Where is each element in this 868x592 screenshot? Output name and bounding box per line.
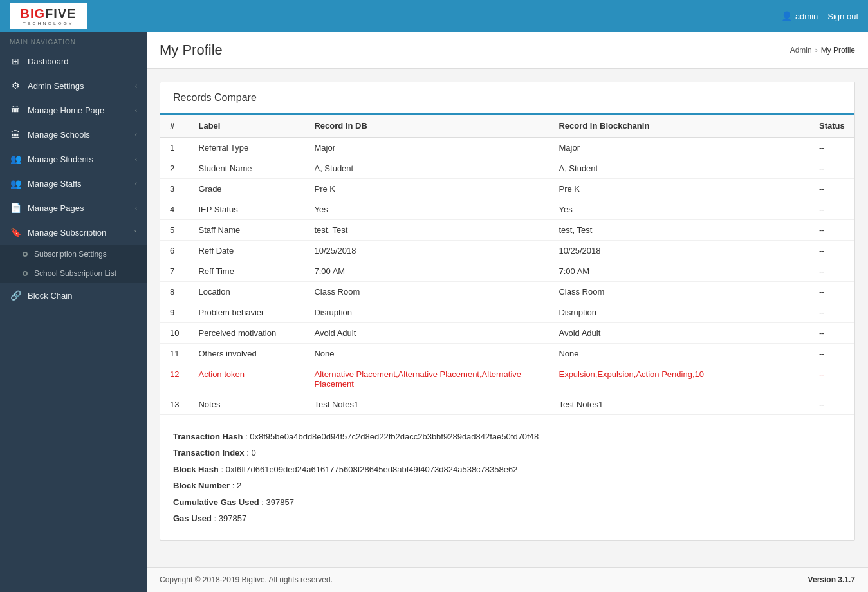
- row-status: --: [809, 220, 854, 241]
- gas-used-label: Gas Used: [173, 513, 212, 523]
- sidebar-item-manage-subscription[interactable]: 🔖 Manage Subscription ˅: [0, 220, 147, 245]
- transaction-hash-value: 0x8f95be0a4bdd8e0d94f57c2d8ed22fb2dacc2b…: [250, 432, 539, 441]
- row-blockchain: Yes: [549, 199, 809, 220]
- table-row: 12 Action token Alternative Placement,Al…: [160, 364, 854, 394]
- row-num: 7: [160, 261, 189, 282]
- transaction-hash-label: Transaction Hash: [173, 432, 243, 441]
- transaction-hash-line: Transaction Hash : 0x8f95be0a4bdd8e0d94f…: [173, 429, 842, 444]
- block-hash-line: Block Hash : 0xf6ff7d661e09ded24a6161775…: [173, 462, 842, 477]
- row-status: --: [809, 323, 854, 344]
- table-row: 1 Referral Type Major Major --: [160, 138, 854, 158]
- manage-home-icon: 🏛: [10, 104, 21, 116]
- row-label: Notes: [189, 394, 304, 415]
- sidebar-label-manage-home-page: Manage Home Page: [28, 106, 104, 115]
- username: admin: [795, 12, 818, 21]
- row-status: --: [809, 364, 854, 394]
- row-db: Pre K: [304, 179, 549, 199]
- sidebar-item-manage-staffs[interactable]: 👥 Manage Staffs ‹: [0, 171, 147, 196]
- row-num: 5: [160, 220, 189, 241]
- row-db: None: [304, 344, 549, 364]
- row-db: Test Notes1: [304, 394, 549, 415]
- row-label: Staff Name: [189, 220, 304, 241]
- transaction-info: Transaction Hash : 0x8f95be0a4bdd8e0d94f…: [160, 414, 854, 540]
- sidebar-label-dashboard: Dashboard: [28, 57, 69, 66]
- sidebar-label-block-chain: Block Chain: [28, 291, 72, 301]
- content-area: My Profile Admin › My Profile Records Co…: [147, 32, 868, 592]
- col-header-num: #: [160, 115, 189, 138]
- sidebar-item-manage-students[interactable]: 👥 Manage Students ‹: [0, 147, 147, 171]
- topbar: BIGFIVE TECHNOLOGY admin Sign out: [0, 0, 868, 32]
- row-db: Avoid Adult: [304, 323, 549, 344]
- block-number-label: Block Number: [173, 481, 230, 490]
- block-number-value: 2: [237, 481, 241, 490]
- table-row: 2 Student Name A, Student A, Student --: [160, 158, 854, 179]
- table-row: 13 Notes Test Notes1 Test Notes1 --: [160, 394, 854, 415]
- row-label: Location: [189, 282, 304, 302]
- records-table: # Label Record in DB Record in Blockchan…: [160, 115, 854, 414]
- row-status: --: [809, 158, 854, 179]
- row-label: Grade: [189, 179, 304, 199]
- logo-text: BIGFIVE: [20, 6, 76, 21]
- row-blockchain: Disruption: [549, 302, 809, 323]
- sidebar-item-block-chain[interactable]: 🔗 Block Chain: [0, 283, 147, 308]
- footer: Copyright © 2018-2019 Bigfive. All right…: [147, 567, 868, 592]
- footer-version: Version 3.1.7: [808, 575, 855, 584]
- breadcrumb: Admin › My Profile: [790, 46, 855, 55]
- block-number-line: Block Number : 2: [173, 478, 842, 493]
- nav-label: MAIN NAVIGATION: [0, 32, 147, 49]
- signout-button[interactable]: Sign out: [827, 12, 858, 21]
- page-title: My Profile: [160, 42, 223, 59]
- sidebar-item-manage-pages[interactable]: 📄 Manage Pages ‹: [0, 196, 147, 220]
- chevron-icon: ‹: [135, 107, 137, 114]
- sidebar-item-subscription-settings[interactable]: Subscription Settings: [0, 245, 147, 264]
- sidebar-item-dashboard[interactable]: ⊞ Dashboard: [0, 49, 147, 73]
- row-label: Student Name: [189, 158, 304, 179]
- admin-settings-icon: ⚙: [10, 80, 21, 91]
- table-row: 9 Problem behavier Disruption Disruption…: [160, 302, 854, 323]
- row-status: --: [809, 261, 854, 282]
- records-compare-title: Records Compare: [160, 82, 854, 115]
- row-num: 3: [160, 179, 189, 199]
- row-blockchain: Test Notes1: [549, 394, 809, 415]
- sidebar-label-manage-schools: Manage Schools: [28, 130, 90, 140]
- logo-subtitle: TECHNOLOGY: [20, 21, 76, 26]
- chevron-icon: ‹: [135, 205, 137, 212]
- table-row: 11 Others involved None None --: [160, 344, 854, 364]
- content-header: My Profile Admin › My Profile: [147, 32, 868, 69]
- sidebar-item-manage-schools[interactable]: 🏛 Manage Schools ‹: [0, 122, 147, 147]
- row-db: Yes: [304, 199, 549, 220]
- row-db: Major: [304, 138, 549, 158]
- row-blockchain: Class Room: [549, 282, 809, 302]
- row-num: 11: [160, 344, 189, 364]
- transaction-index-line: Transaction Index : 0: [173, 445, 842, 460]
- topbar-right: admin Sign out: [781, 11, 858, 21]
- footer-copyright: Copyright © 2018-2019 Bigfive. All right…: [160, 575, 333, 584]
- row-status: --: [809, 282, 854, 302]
- transaction-index-label: Transaction Index: [173, 448, 245, 458]
- table-row: 4 IEP Status Yes Yes --: [160, 199, 854, 220]
- sidebar-label-manage-pages: Manage Pages: [28, 203, 84, 213]
- row-label: Action token: [189, 364, 304, 394]
- col-header-status: Status: [809, 115, 854, 138]
- row-num: 12: [160, 364, 189, 394]
- sidebar-label-subscription-settings: Subscription Settings: [34, 250, 107, 259]
- row-status: --: [809, 302, 854, 323]
- table-row: 8 Location Class Room Class Room --: [160, 282, 854, 302]
- sidebar-item-admin-settings[interactable]: ⚙ Admin Settings ‹: [0, 73, 147, 98]
- row-db: 7:00 AM: [304, 261, 549, 282]
- block-hash-label: Block Hash: [173, 465, 219, 474]
- table-row: 10 Perceived motivation Avoid Adult Avoi…: [160, 323, 854, 344]
- row-status: --: [809, 241, 854, 261]
- row-num: 1: [160, 138, 189, 158]
- row-label: Reff Date: [189, 241, 304, 261]
- sidebar-label-school-subscription-list: School Subscription List: [34, 269, 116, 278]
- chevron-down-icon: ˅: [134, 229, 137, 236]
- gas-used-value: 397857: [219, 513, 246, 523]
- sidebar-item-manage-home-page[interactable]: 🏛 Manage Home Page ‹: [0, 98, 147, 122]
- table-row: 3 Grade Pre K Pre K --: [160, 179, 854, 199]
- manage-subscription-icon: 🔖: [10, 227, 21, 238]
- manage-pages-icon: 📄: [10, 202, 21, 214]
- chevron-icon: ‹: [135, 180, 137, 187]
- row-label: Reff Time: [189, 261, 304, 282]
- sidebar-item-school-subscription-list[interactable]: School Subscription List: [0, 264, 147, 283]
